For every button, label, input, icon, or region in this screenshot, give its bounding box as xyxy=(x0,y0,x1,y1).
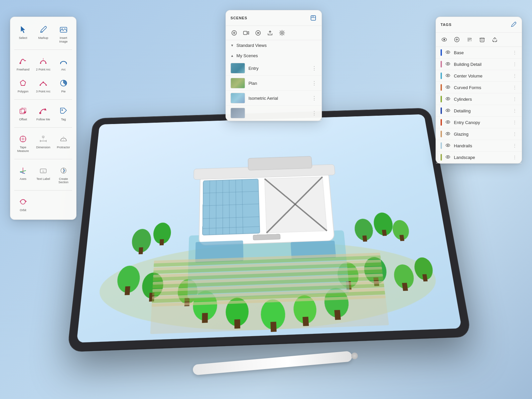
tag-eye-building-detail[interactable] xyxy=(445,62,451,67)
tag-eye-handrails[interactable] xyxy=(445,143,451,148)
tool-insert-image[interactable]: Insert Image xyxy=(55,22,72,46)
tag-name-landscape: Landscape xyxy=(454,155,509,160)
tag-eye-glazing[interactable] xyxy=(445,132,451,137)
tag-row-detailing[interactable]: Detailing ⋮ xyxy=(436,105,522,117)
scenes-share-icon[interactable] xyxy=(266,29,274,37)
tags-edit-icon[interactable] xyxy=(510,21,517,28)
tag-row-curved-forms[interactable]: Curved Forms ⋮ xyxy=(436,82,522,93)
tool-offset[interactable]: Offset xyxy=(14,104,32,123)
tags-recycle-icon[interactable] xyxy=(491,36,498,43)
scene-entry-more[interactable]: ⋮ xyxy=(312,65,317,71)
standard-views-section[interactable]: ▼ Standard Views xyxy=(226,40,322,51)
scenes-video-icon[interactable] xyxy=(242,29,250,37)
svg-point-153 xyxy=(447,145,449,146)
tool-protractor[interactable]: Protractor xyxy=(55,132,72,155)
markup-icon xyxy=(38,24,49,35)
tool-axes-label: Axes xyxy=(20,177,26,181)
tag-more-glazing[interactable]: ⋮ xyxy=(512,131,517,137)
svg-rect-132 xyxy=(480,38,484,42)
scene-plan-more[interactable]: ⋮ xyxy=(312,80,317,86)
tool-dimension[interactable]: A Dimension xyxy=(35,132,52,155)
svg-point-72 xyxy=(62,28,63,30)
tag-eye-base[interactable] xyxy=(445,50,451,55)
svg-point-155 xyxy=(447,156,449,158)
scene-plan[interactable]: Plan ⋮ xyxy=(226,76,322,91)
tool-polygon[interactable]: Polygon xyxy=(14,76,32,95)
tags-visibility-icon[interactable] xyxy=(441,36,448,43)
text-label-icon: A| xyxy=(38,165,49,176)
tool-3point-arc[interactable]: 3 Point Arc xyxy=(35,76,52,95)
tool-follow-me[interactable]: Follow Me xyxy=(35,104,52,123)
scene-isometric-name: Isometric Aerial xyxy=(248,96,308,101)
tag-more-detailing[interactable]: ⋮ xyxy=(512,108,517,113)
svg-point-123 xyxy=(444,39,445,41)
tag-more-curved-forms[interactable]: ⋮ xyxy=(512,85,517,90)
tag-eye-entry-canopy[interactable] xyxy=(445,120,451,125)
tag-eye-curved-forms[interactable] xyxy=(445,85,451,90)
svg-line-103 xyxy=(20,172,25,174)
scenes-play-icon[interactable] xyxy=(254,29,262,37)
tag-more-center-volume[interactable]: ⋮ xyxy=(512,73,517,78)
tool-text-label[interactable]: A| Text Label xyxy=(35,163,52,187)
tool-create-section[interactable]: Create Section xyxy=(55,163,72,187)
tool-arc[interactable]: Arc xyxy=(55,54,72,73)
tags-panel: TAGS A Z xyxy=(436,17,522,164)
tags-add-icon[interactable] xyxy=(453,36,461,43)
tool-freehand[interactable]: Freehand xyxy=(14,54,32,73)
svg-point-74 xyxy=(40,63,41,64)
tag-row-landscape[interactable]: Landscape ⋮ xyxy=(436,152,522,163)
tag-more-cylinders[interactable]: ⋮ xyxy=(512,96,517,102)
scene-4[interactable]: ⋮ xyxy=(226,106,322,121)
tag-more-base[interactable]: ⋮ xyxy=(512,50,517,55)
tool-markup[interactable]: Markup xyxy=(35,22,52,46)
svg-text:A|: A| xyxy=(42,170,44,173)
tag-name-entry-canopy: Entry Canopy xyxy=(454,120,509,125)
tag-eye-landscape[interactable] xyxy=(445,155,451,160)
tag-more-landscape[interactable]: ⋮ xyxy=(512,155,517,160)
scene-isometric-more[interactable]: ⋮ xyxy=(312,95,317,101)
tool-select[interactable]: Select xyxy=(14,22,32,46)
tag-eye-detailing[interactable] xyxy=(445,108,451,113)
tag-more-handrails[interactable]: ⋮ xyxy=(512,143,517,148)
tag-row-center-volume[interactable]: Center Volume ⋮ xyxy=(436,70,522,82)
tag-row-entry-canopy[interactable]: Entry Canopy ⋮ xyxy=(436,117,522,128)
tool-2point-arc[interactable]: 2 Point Arc xyxy=(35,54,52,73)
svg-text:A: A xyxy=(43,136,44,138)
tool-axes[interactable]: Axes xyxy=(14,163,32,187)
tag-eye-center-volume[interactable] xyxy=(445,73,451,78)
arc-icon xyxy=(58,56,69,66)
tags-sort-icon[interactable]: A Z xyxy=(466,36,473,43)
tag-name-building-detail: Building Detail xyxy=(454,62,509,67)
tool-3point-arc-label: 3 Point Arc xyxy=(36,90,51,93)
tool-arc-label: Arc xyxy=(61,68,66,71)
tag-row-handrails[interactable]: Handrails ⋮ xyxy=(436,140,522,152)
tool-tape-measure[interactable]: Tape Measure xyxy=(14,132,32,155)
tag-name-glazing: Glazing xyxy=(454,132,509,137)
tag-more-entry-canopy[interactable]: ⋮ xyxy=(512,120,517,125)
scenes-import-icon[interactable] xyxy=(310,14,317,22)
tag-name-handrails: Handrails xyxy=(454,143,509,148)
scene-4-more[interactable]: ⋮ xyxy=(312,110,317,116)
scene-entry[interactable]: Entry ⋮ xyxy=(226,61,322,76)
tool-orbit[interactable]: Orbit xyxy=(14,195,32,214)
tag-eye-cylinders[interactable] xyxy=(445,97,451,102)
tag-row-cylinders[interactable]: Cylinders ⋮ xyxy=(436,93,522,105)
3point-arc-icon xyxy=(38,78,49,88)
tool-pie[interactable]: Pie xyxy=(55,76,72,95)
svg-rect-3 xyxy=(139,247,143,254)
tool-tag[interactable]: Tag xyxy=(55,104,72,123)
tool-protractor-label: Protractor xyxy=(57,146,70,149)
tool-tape-measure-label: Tape Measure xyxy=(16,146,31,153)
my-scenes-section[interactable]: ▲ My Scenes xyxy=(226,51,322,61)
svg-marker-118 xyxy=(247,32,249,34)
tag-row-glazing[interactable]: Glazing ⋮ xyxy=(436,128,522,140)
scene-isometric-aerial[interactable]: Isometric Aerial ⋮ xyxy=(226,91,322,106)
svg-point-87 xyxy=(24,111,26,113)
scenes-add-icon[interactable] xyxy=(230,29,238,37)
tag-name-base: Base xyxy=(454,50,509,55)
tag-row-base[interactable]: Base ⋮ xyxy=(436,47,522,59)
tag-row-building-detail[interactable]: Building Detail ⋮ xyxy=(436,59,522,70)
tags-delete-icon[interactable] xyxy=(478,36,486,43)
tag-more-building-detail[interactable]: ⋮ xyxy=(512,62,517,67)
scenes-settings-icon[interactable] xyxy=(278,29,286,37)
